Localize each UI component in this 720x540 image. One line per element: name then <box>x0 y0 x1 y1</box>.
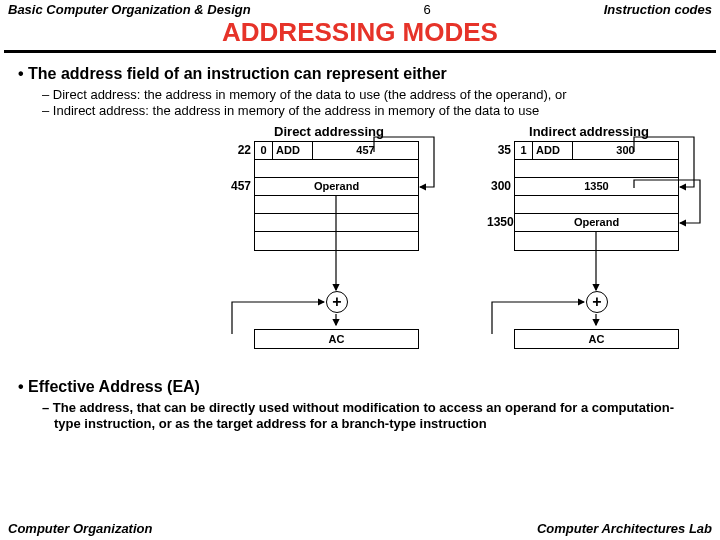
direct-operand: Operand <box>255 178 418 195</box>
diagrams-area: Direct addressing 22 0 ADD 457 457 Opera… <box>14 124 706 374</box>
indirect-addr1: 35 <box>487 143 511 157</box>
footer-right: Computer Architectures Lab <box>537 521 712 536</box>
indirect-pointer: 1350 <box>515 178 678 195</box>
direct-memory: 22 0 ADD 457 457 Operand <box>254 141 419 251</box>
direct-adder: + <box>326 291 348 313</box>
direct-title: Direct addressing <box>214 124 444 139</box>
indirect-memory: 35 1 ADD 300 300 1350 1350 Operand <box>514 141 679 251</box>
indirect-adder: + <box>586 291 608 313</box>
bullet-main: The address field of an instruction can … <box>18 65 706 83</box>
indirect-i-bit: 1 <box>515 142 533 159</box>
bullet-ea: Effective Address (EA) <box>18 378 706 396</box>
sub-indirect: Indirect address: the address in memory … <box>42 103 696 119</box>
indirect-addr2: 300 <box>487 179 511 193</box>
indirect-title: Indirect addressing <box>474 124 704 139</box>
indirect-opcode: ADD <box>533 142 573 159</box>
footer-left: Computer Organization <box>8 521 152 536</box>
indirect-ac: AC <box>514 329 679 349</box>
slide-title: ADDRESSING MODES <box>4 17 716 53</box>
indirect-column: Indirect addressing 35 1 ADD 300 300 135… <box>474 124 704 349</box>
sub-ea: The address, that can be directly used w… <box>42 400 696 433</box>
indirect-operand: Operand <box>515 214 678 231</box>
direct-addr2: 457 <box>227 179 251 193</box>
indirect-addr3: 1350 <box>487 215 511 229</box>
indirect-address-field: 300 <box>573 142 678 159</box>
direct-address-field: 457 <box>313 142 418 159</box>
sub-direct: Direct address: the address in memory of… <box>42 87 696 103</box>
header-right: Instruction codes <box>604 2 712 17</box>
direct-i-bit: 0 <box>255 142 273 159</box>
direct-addr1: 22 <box>227 143 251 157</box>
header-left: Basic Computer Organization & Design <box>8 2 251 17</box>
direct-column: Direct addressing 22 0 ADD 457 457 Opera… <box>214 124 444 349</box>
direct-opcode: ADD <box>273 142 313 159</box>
page-number: 6 <box>424 2 431 17</box>
direct-ac: AC <box>254 329 419 349</box>
